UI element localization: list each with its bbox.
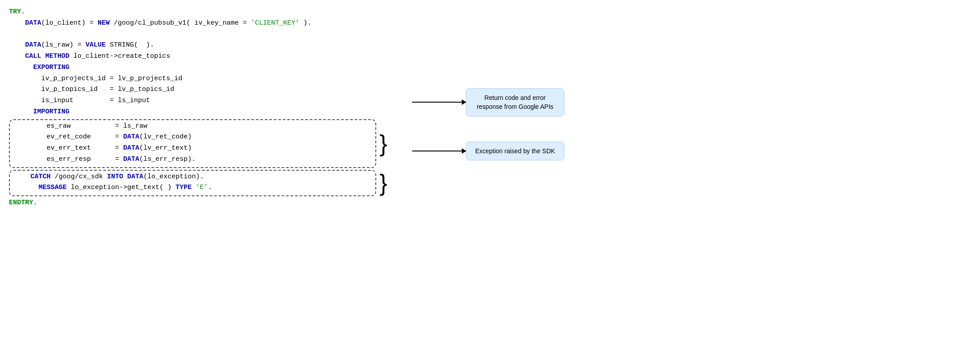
code-line-data-raw: DATA(ls_raw) = VALUE STRING( ). xyxy=(9,40,376,51)
code-line-data-client: DATA(lo_client) = NEW /goog/cl_pubsub_v1… xyxy=(9,18,376,29)
code-section: TRY. DATA(lo_client) = NEW /goog/cl_pubs… xyxy=(9,7,376,209)
code-endtry: ENDTRY. xyxy=(9,198,376,209)
importing-dashed-box: es_raw = ls_raw ev_ret_code = DATA(lv_re… xyxy=(9,119,376,168)
catch-dashed-box: CATCH /goog/cx_sdk INTO DATA(lo_exceptio… xyxy=(9,170,376,197)
code-message: MESSAGE lo_exception->get_text( ) TYPE '… xyxy=(14,182,371,194)
code-line-iv-topics: iv_p_topics_id = lv_p_topics_id xyxy=(9,84,376,95)
annotation-row-1: Return code and error response from Goog… xyxy=(412,88,564,116)
annotation-section: Return code and error response from Goog… xyxy=(376,7,564,160)
code-catch: CATCH /goog/cx_sdk INTO DATA(lo_exceptio… xyxy=(14,172,371,183)
arrow-1 xyxy=(412,102,466,103)
main-container: TRY. DATA(lo_client) = NEW /goog/cl_pubs… xyxy=(9,4,971,209)
code-ev-err-text: ev_err_text = DATA(lv_err_text) xyxy=(14,143,371,154)
annotation-box-1: Return code and error response from Goog… xyxy=(466,88,564,116)
arrow-2 xyxy=(412,151,466,151)
code-line-importing: IMPORTING xyxy=(9,107,376,118)
code-es-raw: es_raw = ls_raw xyxy=(14,121,371,132)
right-brace-2: } xyxy=(377,170,390,197)
code-line-call: CALL METHOD lo_client->create_topics xyxy=(9,51,376,62)
annotation-box-2: Exception raised by the SDK xyxy=(466,142,564,160)
annotation-row-2: Exception raised by the SDK xyxy=(412,142,564,160)
right-brace-1: } xyxy=(377,119,390,168)
code-line-iv-projects: iv_p_projects_id = lv_p_projects_id xyxy=(9,73,376,85)
code-line-blank1 xyxy=(9,29,376,40)
code-es-err-resp: es_err_resp = DATA(ls_err_resp). xyxy=(14,154,371,165)
code-line-try: TRY. xyxy=(9,7,376,18)
code-line-is-input: is_input = ls_input xyxy=(9,95,376,107)
importing-dashed-wrapper: es_raw = ls_raw ev_ret_code = DATA(lv_re… xyxy=(9,119,376,168)
top-code-block: TRY. DATA(lo_client) = NEW /goog/cl_pubs… xyxy=(9,7,376,118)
code-ev-ret-code: ev_ret_code = DATA(lv_ret_code) xyxy=(14,132,371,143)
catch-dashed-wrapper: CATCH /goog/cx_sdk INTO DATA(lo_exceptio… xyxy=(9,170,376,197)
code-line-exporting: EXPORTING xyxy=(9,62,376,73)
